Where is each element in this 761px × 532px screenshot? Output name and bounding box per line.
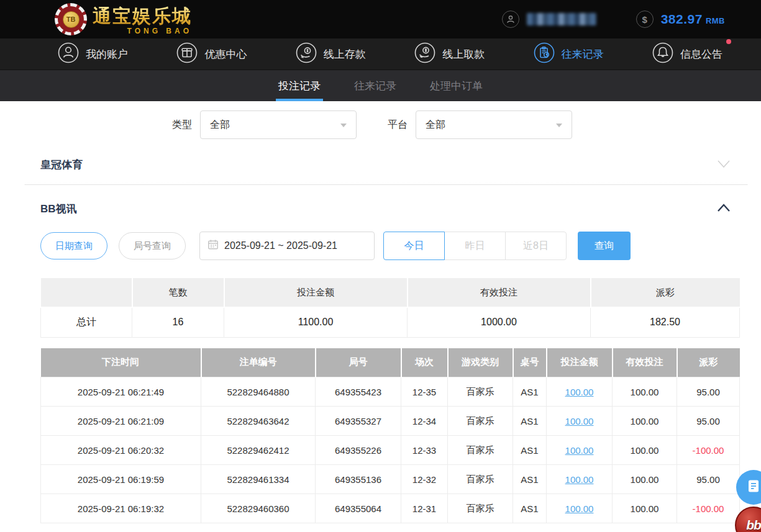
site-title: 通宝娱乐城 xyxy=(93,4,192,29)
bet-amount-link[interactable]: 100.00 xyxy=(565,416,594,426)
nav-item-label: 我的账户 xyxy=(86,47,128,61)
records-icon xyxy=(533,42,555,67)
table-row: 2025-09-21 06:19:59522829461334649355136… xyxy=(41,465,740,494)
tab-pending-orders[interactable]: 处理中订单 xyxy=(427,70,485,101)
user-area: $ 382.97RMB xyxy=(502,11,725,28)
tab-label: 处理中订单 xyxy=(430,79,483,93)
cell-valid-bet: 100.00 xyxy=(613,494,677,523)
summary-valid-bet: 1000.00 xyxy=(408,307,591,337)
cell-payout: 95.00 xyxy=(677,407,740,436)
header-session: 场次 xyxy=(401,348,448,377)
deposit-icon xyxy=(295,42,317,67)
cell-session: 12-35 xyxy=(401,377,448,407)
username-masked xyxy=(527,13,596,25)
nav-item-deposit[interactable]: 线上存款 xyxy=(295,42,366,67)
header-payout: 派彩 xyxy=(677,348,740,377)
bet-amount-link[interactable]: 100.00 xyxy=(565,445,594,456)
header-round-id: 局号 xyxy=(316,348,401,377)
header-order-id: 注单编号 xyxy=(201,348,316,377)
platform-select[interactable]: 全部 xyxy=(416,110,572,139)
account-icon xyxy=(57,42,80,67)
cell-bet-time: 2025-09-21 06:19:59 xyxy=(41,465,201,494)
cell-session: 12-31 xyxy=(401,494,448,523)
cell-game-type: 百家乐 xyxy=(448,494,513,523)
summary-payout: 182.50 xyxy=(591,307,740,337)
cell-valid-bet: 100.00 xyxy=(613,407,677,436)
gift-icon xyxy=(176,42,198,67)
date-range-value: 2025-09-21 ~ 2025-09-21 xyxy=(224,240,337,251)
summary-header-payout: 派彩 xyxy=(591,278,740,307)
cell-table-id: AS1 xyxy=(513,407,547,436)
type-select[interactable]: 全部 xyxy=(200,110,357,139)
filter-row: 类型 全部 平台 全部 xyxy=(0,101,761,139)
tab-label: 投注记录 xyxy=(278,79,321,93)
site-logo[interactable]: TB 通宝娱乐城 TONG BAO xyxy=(55,3,192,35)
cell-valid-bet: 100.00 xyxy=(613,377,677,407)
section-title: BB视讯 xyxy=(40,202,77,216)
summary-table: 笔数 投注金额 有效投注 派彩 总计 16 1100.00 1000.00 18… xyxy=(40,278,740,338)
account-balance: 382.97RMB xyxy=(661,12,725,27)
header-bet-amount: 投注金额 xyxy=(547,348,613,377)
nav-item-transaction-records[interactable]: 往来记录 xyxy=(533,42,604,67)
section-divider xyxy=(25,184,747,185)
bet-records-table: 下注时间 注单编号 局号 场次 游戏类别 桌号 投注金额 有效投注 派彩 202… xyxy=(40,348,740,524)
cell-game-type: 百家乐 xyxy=(448,436,513,465)
chevron-down-icon xyxy=(556,124,562,127)
bet-amount-link[interactable]: 100.00 xyxy=(565,503,594,514)
calendar-icon xyxy=(207,239,219,253)
tab-transaction-records[interactable]: 往来记录 xyxy=(352,70,399,101)
cell-order-id: 522829462412 xyxy=(201,436,316,465)
nav-item-label: 往来记录 xyxy=(562,47,604,61)
bet-amount-link[interactable]: 100.00 xyxy=(565,387,594,397)
date-range-input[interactable]: 2025-09-21 ~ 2025-09-21 xyxy=(199,232,375,260)
type-filter: 类型 全部 xyxy=(172,110,357,139)
tab-bet-records[interactable]: 投注记录 xyxy=(276,70,323,101)
chevron-down-icon[interactable] xyxy=(716,159,731,171)
round-query-toggle[interactable]: 局号查询 xyxy=(119,232,186,259)
poker-chip-icon: TB xyxy=(55,3,87,35)
cell-bet-amount: 100.00 xyxy=(547,465,613,494)
bell-icon xyxy=(652,42,674,67)
nav-item-announcements[interactable]: 信息公告 xyxy=(652,42,722,67)
quick-date-group: 今日 昨日 近8日 xyxy=(383,232,567,260)
summary-header-bet-amount: 投注金额 xyxy=(224,278,408,307)
nav-item-withdraw[interactable]: 线上取款 xyxy=(414,42,485,67)
cell-round-id: 649355136 xyxy=(316,465,401,494)
cell-bet-time: 2025-09-21 06:19:32 xyxy=(41,494,201,523)
search-button[interactable]: 查询 xyxy=(578,232,631,260)
balance-amount: 382.97 xyxy=(661,12,703,26)
form-icon xyxy=(745,478,761,497)
user-avatar-icon xyxy=(502,11,519,28)
cell-session: 12-34 xyxy=(401,407,448,436)
cell-table-id: AS1 xyxy=(513,377,547,407)
cell-bet-amount: 100.00 xyxy=(547,436,613,465)
nav-item-my-account[interactable]: 我的账户 xyxy=(57,42,128,67)
cell-session: 12-32 xyxy=(401,465,448,494)
nav-item-promotions[interactable]: 优惠中心 xyxy=(176,42,247,67)
cell-game-type: 百家乐 xyxy=(448,465,513,494)
cell-game-type: 百家乐 xyxy=(448,377,513,407)
active-tab-underline xyxy=(276,99,323,101)
customer-service-fab[interactable] xyxy=(736,470,761,505)
header-valid-bet: 有效投注 xyxy=(613,348,677,377)
quick-today-button[interactable]: 今日 xyxy=(383,232,445,260)
withdraw-icon xyxy=(414,42,436,67)
summary-bet-amount: 1100.00 xyxy=(224,307,408,337)
quick-yesterday-button[interactable]: 昨日 xyxy=(444,232,506,260)
tab-label: 往来记录 xyxy=(354,79,396,93)
cell-order-id: 522829460360 xyxy=(201,494,316,523)
logo-text: 通宝娱乐城 TONG BAO xyxy=(93,4,192,35)
cell-bet-amount: 100.00 xyxy=(547,494,613,523)
date-query-toggle[interactable]: 日期查询 xyxy=(40,232,107,259)
cell-table-id: AS1 xyxy=(513,465,547,494)
section-crown-sports[interactable]: 皇冠体育 xyxy=(0,158,761,172)
cell-round-id: 649355064 xyxy=(316,494,401,523)
header-game-type: 游戏类别 xyxy=(448,348,513,377)
cell-round-id: 649355327 xyxy=(316,407,401,436)
cell-order-id: 522829463642 xyxy=(201,407,316,436)
topbar: TB 通宝娱乐城 TONG BAO $ 382.97RMB xyxy=(0,0,761,38)
chevron-up-icon[interactable] xyxy=(716,203,731,215)
bet-amount-link[interactable]: 100.00 xyxy=(565,474,594,485)
section-bb-video[interactable]: BB视讯 xyxy=(0,202,761,216)
quick-last8days-button[interactable]: 近8日 xyxy=(505,232,567,260)
